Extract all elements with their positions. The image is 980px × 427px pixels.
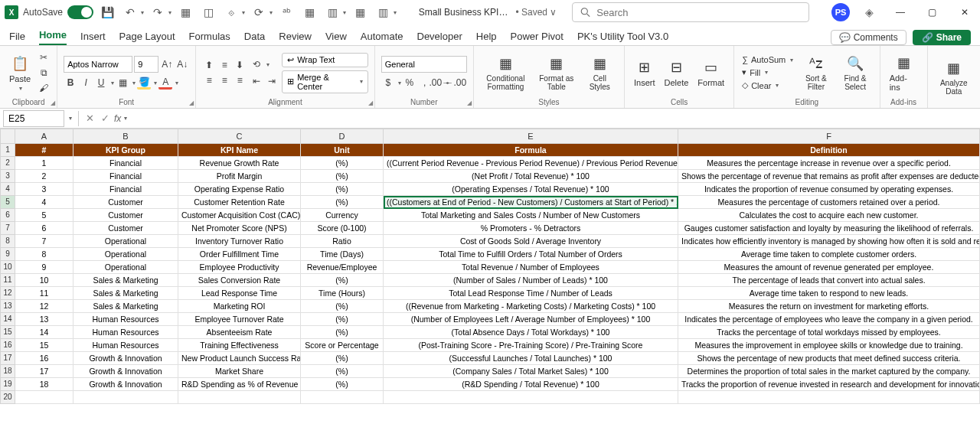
cell[interactable]: Financial (74, 157, 178, 170)
cell[interactable]: ((Customers at End of Period - New Custo… (384, 196, 678, 209)
name-box[interactable] (3, 110, 64, 127)
cell[interactable]: (Total Absence Days / Total Workdays) * … (384, 326, 678, 339)
font-size-input[interactable] (134, 56, 158, 73)
cell[interactable] (74, 391, 178, 404)
row-header[interactable]: 18 (0, 365, 15, 378)
cell[interactable]: Measures the percentage increase in reve… (678, 157, 980, 170)
row-header[interactable]: 2 (0, 157, 15, 170)
qat-icon-3[interactable]: ⟐ (222, 3, 240, 21)
cell[interactable]: (%) (301, 378, 384, 391)
row-header[interactable]: 6 (0, 209, 15, 222)
fill-button[interactable]: ▾ Fill ▾ (740, 67, 795, 78)
cell[interactable]: (%) (301, 326, 384, 339)
column-header[interactable]: C (178, 129, 301, 144)
redo-icon[interactable]: ↷ (149, 3, 167, 21)
sort-filter-button[interactable]: ᴬᴢSort & Filter (798, 53, 834, 93)
cell[interactable]: Time (Days) (301, 248, 384, 261)
cell[interactable]: 9 (15, 261, 74, 274)
fill-color-icon[interactable]: 🪣 (137, 76, 151, 90)
cell[interactable]: (Post-Training Score - Pre-Training Scor… (384, 339, 678, 352)
cell[interactable]: Calculates the cost to acquire each new … (678, 209, 980, 222)
font-color-icon[interactable]: A (158, 76, 172, 90)
cell[interactable]: (Number of Employees Left / Average Numb… (384, 313, 678, 326)
cell[interactable]: Measures the improvement in employee ski… (678, 339, 980, 352)
row-header[interactable]: 20 (0, 391, 15, 404)
orientation-icon[interactable]: ⟲ (250, 57, 263, 71)
cell[interactable]: 15 (15, 339, 74, 352)
cell[interactable]: Growth & Innovation (74, 378, 178, 391)
format-as-table-button[interactable]: ▦Format as Table (534, 53, 578, 93)
cell[interactable]: Average time taken to respond to new lea… (678, 287, 980, 300)
cell[interactable]: Definition (678, 144, 980, 157)
cell[interactable]: Growth & Innovation (74, 365, 178, 378)
row-header[interactable]: 4 (0, 183, 15, 196)
cell[interactable]: Measures the amount of revenue generated… (678, 261, 980, 274)
cell[interactable]: Inventory Turnover Ratio (178, 235, 301, 248)
cell[interactable]: Customer Acquisition Cost (CAC) (178, 209, 301, 222)
cell[interactable]: Determines the proportion of total sales… (678, 365, 980, 378)
cell[interactable]: 4 (15, 196, 74, 209)
undo-icon[interactable]: ↶ (121, 3, 139, 21)
maximize-button[interactable]: ▢ (922, 2, 943, 23)
font-name-input[interactable] (64, 56, 132, 73)
autosum-button[interactable]: ∑ AutoSum ▾ (740, 54, 795, 65)
cell[interactable]: Operating Expense Ratio (178, 183, 301, 196)
wrap-text-button[interactable]: ↩ Wrap Text (282, 53, 368, 67)
tab-view[interactable]: View (325, 31, 347, 45)
cell[interactable]: Customer (74, 196, 178, 209)
indent-right-icon[interactable]: ⇥ (265, 74, 279, 88)
cell[interactable]: 12 (15, 300, 74, 313)
cell[interactable]: Currency (301, 209, 384, 222)
align-center-icon[interactable]: ≡ (217, 73, 231, 87)
merge-center-button[interactable]: ⊞ Merge & Center ▾ (282, 70, 368, 93)
cell[interactable]: Shows the percentage of new products tha… (678, 352, 980, 365)
search-input[interactable] (596, 7, 801, 18)
qat-icon-4[interactable]: ⟳ (250, 3, 268, 21)
cell[interactable]: 1 (15, 157, 74, 170)
percent-icon[interactable]: % (403, 76, 416, 90)
cell[interactable]: Tracks the percentage of total workdays … (678, 326, 980, 339)
copy-icon[interactable]: ⧉ (37, 66, 51, 80)
fx-icon[interactable]: fx (114, 113, 121, 124)
cell[interactable]: Gauges customer satisfaction and loyalty… (678, 222, 980, 235)
comments-button[interactable]: 💬 Comments (831, 30, 906, 45)
analyze-data-button[interactable]: ▦Analyze Data (934, 57, 975, 97)
autosave-toggle[interactable] (67, 5, 93, 19)
cell[interactable]: 10 (15, 274, 74, 287)
cell[interactable]: Measures the percentage of customers ret… (678, 196, 980, 209)
find-select-button[interactable]: 🔍Find & Select (837, 53, 873, 93)
cell[interactable]: (%) (301, 170, 384, 183)
cell[interactable]: 18 (15, 378, 74, 391)
cell[interactable] (384, 391, 678, 404)
cell[interactable]: Total Time to Fulfill Orders / Total Num… (384, 248, 678, 261)
tab-power-pivot[interactable]: Power Pivot (511, 31, 564, 45)
tab-formulas[interactable]: Formulas (189, 31, 230, 45)
cell[interactable]: Net Promoter Score (NPS) (178, 222, 301, 235)
row-header[interactable]: 7 (0, 222, 15, 235)
cell[interactable]: Score or Percentage (301, 339, 384, 352)
row-header[interactable]: 10 (0, 261, 15, 274)
align-right-icon[interactable]: ≡ (233, 73, 247, 87)
decrease-decimal-icon[interactable]: ←.00 (449, 76, 462, 90)
tab-home[interactable]: Home (39, 29, 67, 45)
cell[interactable]: Ratio (301, 235, 384, 248)
enter-formula-icon[interactable]: ✓ (97, 112, 113, 124)
cell[interactable]: (%) (301, 196, 384, 209)
diamond-icon[interactable]: ◈ (861, 3, 879, 21)
close-button[interactable]: ✕ (954, 2, 975, 23)
cell[interactable]: ((Revenue from Marketing - Marketing Cos… (384, 300, 678, 313)
cell[interactable]: Lead Response Time (178, 287, 301, 300)
cell[interactable]: Sales & Marketing (74, 274, 178, 287)
tab-file[interactable]: File (9, 31, 25, 45)
cell[interactable]: 14 (15, 326, 74, 339)
cell[interactable]: Total Lead Response Time / Number of Lea… (384, 287, 678, 300)
dialog-launcher-icon[interactable]: ◢ (467, 99, 472, 106)
grow-font-icon[interactable]: A↑ (160, 57, 174, 71)
cell[interactable]: 2 (15, 170, 74, 183)
cell[interactable]: (%) (301, 313, 384, 326)
cell[interactable]: 8 (15, 248, 74, 261)
cell[interactable]: Revenue/Employee (301, 261, 384, 274)
align-middle-icon[interactable]: ≡ (217, 58, 231, 72)
number-format-select[interactable] (381, 56, 467, 73)
row-header[interactable]: 1 (0, 144, 15, 157)
